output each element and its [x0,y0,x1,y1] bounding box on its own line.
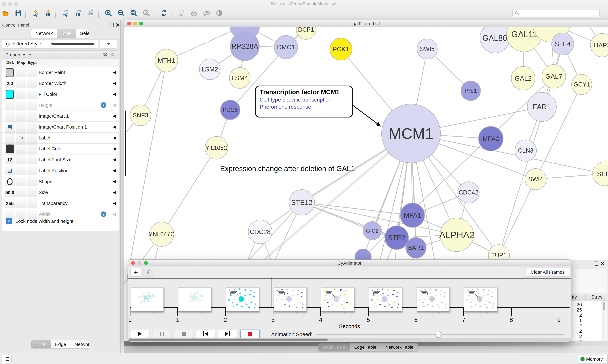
mapping-cell[interactable] [16,177,26,186]
export-network-icon[interactable] [61,8,70,18]
expression-note-annotation[interactable]: Expression change after deletion of GAL1 [220,164,355,173]
default-value-cell[interactable] [5,112,15,121]
property-row-transparency[interactable]: 255Transparency◀ [2,198,119,209]
mapping-cell[interactable] [16,79,26,88]
frame-thumbnail-5[interactable] [369,287,402,312]
bypass-cell[interactable] [27,112,37,121]
node-RPS28A[interactable]: RPS28A [230,32,259,61]
frame-thumbnail-3[interactable] [274,287,306,312]
frame-thumbnail-2[interactable] [226,287,259,312]
bypass-cell[interactable] [27,123,37,132]
default-value-cell[interactable] [5,144,15,154]
node-GCY1[interactable]: GCY1 [572,74,592,95]
node-ALPHA2[interactable]: ALPHA2 [439,218,474,252]
node-GAL2[interactable]: GAL2 [511,66,535,90]
tab-edge-table[interactable]: Edge Table [350,343,381,351]
frame-thumbnail-7[interactable] [464,287,497,312]
scrollbar-thumb[interactable] [129,338,328,341]
properties-header[interactable]: Properties [2,51,119,59]
tab-network[interactable]: Network [70,340,89,348]
column-divider[interactable] [585,294,585,300]
property-row-fill-color[interactable]: Fill Color◀ [2,89,119,100]
node-GAL80[interactable]: GAL80 [480,27,510,53]
expand-row-icon[interactable]: ◀ [113,91,116,97]
node-CDC42[interactable]: CDC42 [458,182,479,203]
clear-all-frames-button[interactable]: Clear All Frames [526,268,569,277]
mapping-cell[interactable] [16,101,26,110]
mapping-cell[interactable] [16,199,26,208]
bypass-cell[interactable] [27,79,37,88]
cyanimator-hscrollbar[interactable] [128,338,571,341]
float-panel-icon[interactable] [110,23,114,28]
column-header[interactable]: ity [572,294,577,300]
default-value-cell[interactable]: 255 [5,199,15,208]
stop-button[interactable] [174,330,193,338]
node-STE12[interactable]: STE12 [289,190,315,215]
scrollbar-thumb[interactable] [603,302,605,310]
tab-style[interactable]: Style [57,29,76,38]
table-column-headers[interactable]: ity Stres [571,293,607,301]
zoom-fit-icon[interactable] [129,8,138,18]
tab-node-table[interactable]: Node Table [318,343,350,351]
property-row-border-width[interactable]: 2.0Border Width◀ [2,78,119,89]
property-row-image-chart-1[interactable]: Image/Chart 1◀ [2,111,119,122]
tab-select[interactable]: Select [76,29,89,38]
default-value-cell[interactable] [5,101,15,110]
node-PDC5[interactable]: PDC5 [221,100,240,120]
tab-network-table[interactable]: Network Table [381,343,418,351]
zoom-in-icon[interactable] [104,8,113,18]
property-row-label-color[interactable]: Label Color◀ [2,143,119,155]
bypass-cell[interactable] [27,133,37,143]
node-CDC28[interactable]: CDC28 [248,220,272,244]
delete-frame-button[interactable] [143,268,154,277]
mapping-cell[interactable] [16,166,26,175]
close-panel-icon[interactable] [116,23,120,28]
node-BAR1[interactable]: BAR1 [406,237,426,258]
skip-end-button[interactable] [218,330,237,338]
show-graphics-details-icon[interactable] [215,8,224,18]
skip-start-button[interactable] [196,330,215,338]
node-GAL7[interactable]: GAL7 [542,65,566,88]
node-MFA2[interactable]: MFA2 [479,126,503,151]
expand-row-icon[interactable]: ◀ [113,157,116,162]
bypass-cell[interactable] [27,188,37,197]
property-row-label-position[interactable]: Label Position◀ [2,165,119,176]
node-YIL105C[interactable]: YIL105C [205,136,228,159]
node-CLN3[interactable]: CLN3 [515,140,537,161]
pause-button[interactable] [152,330,171,338]
default-value-cell[interactable] [5,133,15,143]
network-left-scrollbar[interactable] [125,111,126,176]
export-table-icon[interactable] [74,8,83,18]
import-table-icon[interactable] [44,8,53,18]
mapping-cell[interactable] [16,155,26,164]
style-options-button[interactable] [100,39,117,48]
search-network-icon[interactable] [189,8,199,18]
frame-thumbnail-4[interactable] [321,287,354,312]
property-row-image-chart-position-1[interactable]: Image/Chart Position 1◀ [2,122,119,133]
expand-all-icon[interactable] [102,52,108,58]
expand-row-icon[interactable]: ◀ [113,135,116,140]
node-PCK1[interactable]: PCK1 [330,38,352,60]
collapse-all-icon[interactable] [110,52,116,58]
close-panel-icon[interactable] [601,261,605,266]
default-value-cell[interactable] [5,123,15,132]
node-SLT2[interactable]: SLT2 [593,162,608,186]
column-header[interactable]: Stres [591,294,602,300]
tab-edge[interactable]: Edge [51,340,70,348]
export-image-icon[interactable] [86,8,96,18]
default-value-cell[interactable] [5,90,15,99]
import-network-icon[interactable] [31,8,40,18]
node-SNF3[interactable]: SNF3 [130,105,151,126]
bypass-cell[interactable] [27,166,37,175]
node-DMC1[interactable]: DMC1 [274,35,298,59]
annotation-box[interactable]: Transcription factor MCM1 Cell-type-spec… [255,86,353,117]
open-session-icon[interactable] [1,8,10,18]
node-LSM4[interactable]: LSM4 [229,67,250,88]
bypass-cell[interactable] [27,68,37,77]
mapping-cell[interactable] [16,144,26,154]
add-frame-button[interactable]: + [130,268,141,277]
bypass-cell[interactable] [27,144,37,154]
info-icon[interactable]: i [101,102,106,108]
node-SWI5[interactable]: SWI5 [417,39,437,59]
bypass-cell[interactable] [27,90,37,99]
